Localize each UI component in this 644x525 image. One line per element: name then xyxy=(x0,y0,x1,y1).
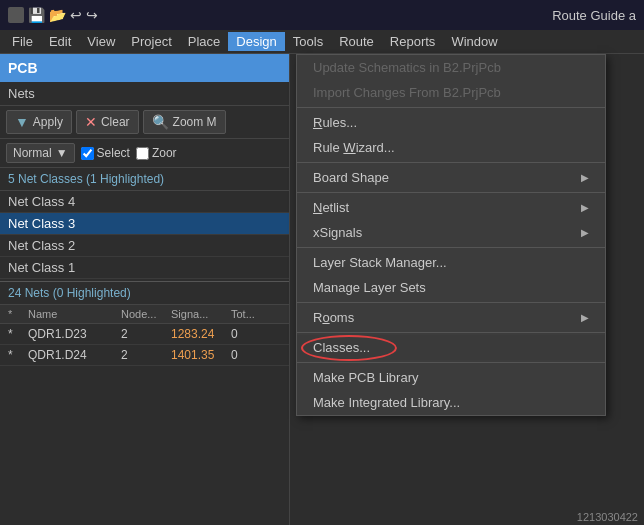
separator-2 xyxy=(297,162,605,163)
xsignals-arrow: ▶ xyxy=(581,227,589,238)
rooms-arrow: ▶ xyxy=(581,312,589,323)
menu-layer-stack[interactable]: Layer Stack Manager... xyxy=(297,250,605,275)
row2-star: * xyxy=(8,348,28,362)
net-classes-header: 5 Net Classes (1 Highlighted) xyxy=(0,168,289,191)
bottom-bar: 1213030422 xyxy=(571,509,644,525)
separator-7 xyxy=(297,362,605,363)
zoom-icon: 🔍 xyxy=(152,114,169,130)
zoom-checkbox[interactable] xyxy=(136,147,149,160)
filter-icon: ▼ xyxy=(15,114,29,130)
row2-total: 0 xyxy=(231,348,281,362)
separator-5 xyxy=(297,302,605,303)
board-shape-arrow: ▶ xyxy=(581,172,589,183)
menu-project[interactable]: Project xyxy=(123,32,179,51)
menu-route[interactable]: Route xyxy=(331,32,382,51)
pcb-panel: PCB Nets ▼ Apply ✕ Clear 🔍 Zoom M Normal… xyxy=(0,54,290,525)
col-total: Tot... xyxy=(231,308,281,320)
menu-update-schematics: Update Schematics in B2.PrjPcb xyxy=(297,55,605,80)
net-class-3[interactable]: Net Class 3 xyxy=(0,213,289,235)
menu-manage-layer-sets[interactable]: Manage Layer Sets xyxy=(297,275,605,300)
clear-button[interactable]: ✕ Clear xyxy=(76,110,139,134)
col-star: * xyxy=(8,308,28,320)
net-row-1[interactable]: * QDR1.D23 2 1283.24 0 xyxy=(0,324,289,345)
menu-place[interactable]: Place xyxy=(180,32,229,51)
title-bar-icons: 💾 📂 ↩ ↪ xyxy=(8,7,98,23)
row1-signal: 1283.24 xyxy=(171,327,231,341)
separator-4 xyxy=(297,247,605,248)
menu-board-shape[interactable]: Board Shape ▶ xyxy=(297,165,605,190)
col-name: Name xyxy=(28,308,121,320)
undo-icon[interactable]: ↩ xyxy=(70,7,82,23)
net-class-4[interactable]: Net Class 4 xyxy=(0,191,289,213)
menu-rooms[interactable]: Rooms ▶ xyxy=(297,305,605,330)
net-class-2[interactable]: Net Class 2 xyxy=(0,235,289,257)
row1-star: * xyxy=(8,327,28,341)
design-dropdown-menu: Update Schematics in B2.PrjPcb Import Ch… xyxy=(296,54,606,416)
net-class-1[interactable]: Net Class 1 xyxy=(0,257,289,279)
menu-import-changes: Import Changes From B2.PrjPcb xyxy=(297,80,605,105)
select-checkbox-label[interactable]: Select xyxy=(81,146,130,160)
save-icon[interactable]: 💾 xyxy=(28,7,45,23)
normal-dropdown[interactable]: Normal ▼ xyxy=(6,143,75,163)
menu-bar: File Edit View Project Place Design Tool… xyxy=(0,30,644,54)
apply-button[interactable]: ▼ Apply xyxy=(6,110,72,134)
row1-total: 0 xyxy=(231,327,281,341)
row1-nodes: 2 xyxy=(121,327,171,341)
col-signal: Signa... xyxy=(171,308,231,320)
col-nodes: Node... xyxy=(121,308,171,320)
menu-rules[interactable]: Rules... xyxy=(297,110,605,135)
row2-nodes: 2 xyxy=(121,348,171,362)
redo-icon[interactable]: ↪ xyxy=(86,7,98,23)
menu-file[interactable]: File xyxy=(4,32,41,51)
dropdown-arrow: ▼ xyxy=(56,146,68,160)
clear-filter-icon: ✕ xyxy=(85,114,97,130)
menu-make-pcb-library[interactable]: Make PCB Library xyxy=(297,365,605,390)
window-title: Route Guide a xyxy=(552,8,636,23)
separator-3 xyxy=(297,192,605,193)
select-checkbox[interactable] xyxy=(81,147,94,160)
menu-rule-wizard[interactable]: Rule Wizard... xyxy=(297,135,605,160)
menu-design[interactable]: Design xyxy=(228,32,284,51)
title-bar: 💾 📂 ↩ ↪ Route Guide a xyxy=(0,0,644,30)
row1-name: QDR1.D23 xyxy=(28,327,121,341)
menu-reports[interactable]: Reports xyxy=(382,32,444,51)
filter-toolbar: ▼ Apply ✕ Clear 🔍 Zoom M xyxy=(0,106,289,139)
timestamp: 1213030422 xyxy=(577,511,638,523)
nets-count-header: 24 Nets (0 Highlighted) xyxy=(0,281,289,305)
menu-xsignals[interactable]: xSignals ▶ xyxy=(297,220,605,245)
menu-window[interactable]: Window xyxy=(443,32,505,51)
row2-name: QDR1.D24 xyxy=(28,348,121,362)
menu-netlist[interactable]: Netlist ▶ xyxy=(297,195,605,220)
menu-tools[interactable]: Tools xyxy=(285,32,331,51)
menu-classes[interactable]: Classes... xyxy=(297,335,605,360)
zoom-button[interactable]: 🔍 Zoom M xyxy=(143,110,226,134)
netlist-arrow: ▶ xyxy=(581,202,589,213)
app-icon xyxy=(8,7,24,23)
pcb-panel-title: PCB xyxy=(0,54,289,82)
nets-label: Nets xyxy=(0,82,289,106)
menu-edit[interactable]: Edit xyxy=(41,32,79,51)
menu-make-integrated-library[interactable]: Make Integrated Library... xyxy=(297,390,605,415)
select-toolbar: Normal ▼ Select Zoor xyxy=(0,139,289,168)
zoom-checkbox-label[interactable]: Zoor xyxy=(136,146,177,160)
menu-view[interactable]: View xyxy=(79,32,123,51)
nets-table-header: * Name Node... Signa... Tot... xyxy=(0,305,289,324)
separator-6 xyxy=(297,332,605,333)
net-row-2[interactable]: * QDR1.D24 2 1401.35 0 xyxy=(0,345,289,366)
open-icon[interactable]: 📂 xyxy=(49,7,66,23)
separator-1 xyxy=(297,107,605,108)
row2-signal: 1401.35 xyxy=(171,348,231,362)
